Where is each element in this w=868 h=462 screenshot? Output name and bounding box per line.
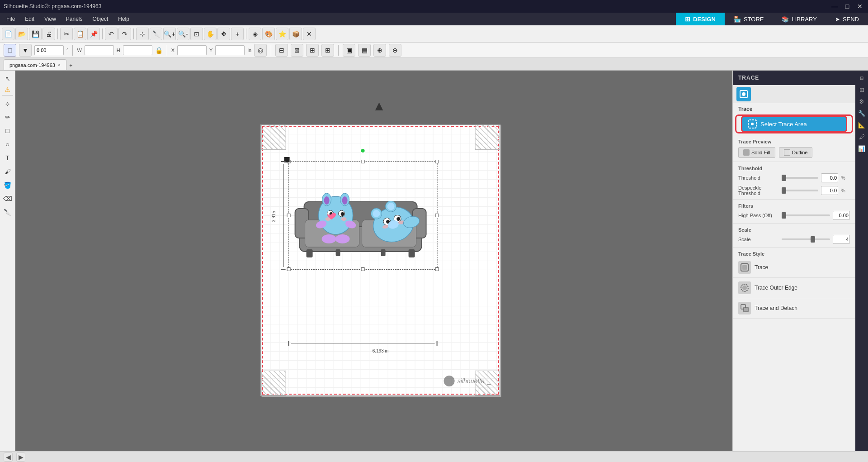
nav-library-button[interactable]: 📚 LIBRARY xyxy=(773,13,826,25)
close-toolbar-button[interactable]: ✕ xyxy=(303,28,316,40)
rect-tool[interactable]: □ xyxy=(1,124,14,137)
close-button[interactable]: ✕ xyxy=(855,2,864,11)
sel-handle-br[interactable] xyxy=(435,267,439,271)
scroll-left-button[interactable]: ◀ xyxy=(4,452,13,462)
nav-design-button[interactable]: ⊞ DESIGN xyxy=(676,13,725,25)
draw-tool[interactable]: ✏ xyxy=(1,111,14,124)
threshold-slider-thumb[interactable] xyxy=(782,175,786,181)
shape-selector[interactable]: □ xyxy=(4,44,16,57)
despeckle-value-input[interactable] xyxy=(821,186,838,195)
select-trace-area-button[interactable]: Select Trace Area xyxy=(741,116,847,132)
scale-value-input[interactable] xyxy=(833,235,850,244)
sel-handle-bl[interactable] xyxy=(287,267,291,271)
threshold-slider-track[interactable] xyxy=(782,177,818,179)
trace-button[interactable]: Trace xyxy=(733,257,855,278)
distribute-btn[interactable]: ⊞ xyxy=(321,44,334,57)
color-button[interactable]: 🎨 xyxy=(262,28,275,40)
ellipse-tool[interactable]: ○ xyxy=(1,138,14,151)
high-pass-slider-thumb[interactable] xyxy=(782,212,786,219)
menu-view[interactable]: View xyxy=(40,14,61,24)
align-center-btn[interactable]: ⊠ xyxy=(291,44,303,57)
group-btn[interactable]: ▣ xyxy=(343,44,355,57)
solid-fill-button[interactable]: Solid Fill xyxy=(738,147,775,158)
print-button[interactable]: 🖨 xyxy=(42,28,55,40)
menu-help[interactable]: Help xyxy=(113,14,134,24)
knife-tool[interactable]: 🔪 xyxy=(1,206,14,219)
move-button[interactable]: ✋ xyxy=(204,28,217,40)
nav-store-button[interactable]: 🏪 STORE xyxy=(725,13,773,25)
cube-button[interactable]: 📦 xyxy=(289,28,302,40)
align-left-btn[interactable]: ⊟ xyxy=(275,44,288,57)
zoom-fit-button[interactable]: ⊡ xyxy=(190,28,203,40)
copy-button[interactable]: 📋 xyxy=(74,28,86,40)
menu-edit[interactable]: Edit xyxy=(20,14,39,24)
scale-slider-track[interactable] xyxy=(782,238,830,240)
despeckle-slider-track[interactable] xyxy=(782,190,818,191)
knife-button[interactable]: 🔪 xyxy=(150,28,162,40)
nav-send-button[interactable]: ➤ SEND xyxy=(826,13,868,25)
undo-button[interactable]: ↶ xyxy=(105,28,118,40)
bool-union[interactable]: ⊕ xyxy=(373,44,386,57)
ri-btn-1[interactable]: ⊟ xyxy=(856,72,867,83)
maximize-button[interactable]: □ xyxy=(843,2,852,11)
shape-dropdown[interactable]: ▼ xyxy=(19,44,32,57)
sel-handle-mr[interactable] xyxy=(435,214,439,217)
high-pass-slider-track[interactable] xyxy=(782,214,830,216)
adjust-button[interactable]: ◈ xyxy=(249,28,261,40)
trace-outer-edge-button[interactable]: Trace Outer Edge xyxy=(733,278,855,298)
menu-object[interactable]: Object xyxy=(88,14,113,24)
menu-file[interactable]: File xyxy=(2,14,19,24)
sel-handle-ml[interactable] xyxy=(287,214,291,217)
save-button[interactable]: 💾 xyxy=(29,28,42,40)
despeckle-slider-thumb[interactable] xyxy=(782,187,786,194)
ri-btn-7[interactable]: 📊 xyxy=(856,143,867,154)
tab-pngaaa[interactable]: pngaaa.com-194963 × xyxy=(4,59,66,70)
rotation-handle[interactable] xyxy=(360,148,366,153)
sel-handle-tc[interactable] xyxy=(361,160,365,163)
ri-btn-6[interactable]: 🖊 xyxy=(856,131,867,142)
minimize-button[interactable]: — xyxy=(830,2,839,11)
scroll-right-button[interactable]: ▶ xyxy=(16,452,25,462)
select-tool[interactable]: ↖ xyxy=(1,72,14,85)
eraser-tool[interactable]: ⌫ xyxy=(1,192,14,205)
ri-btn-3[interactable]: ⚙ xyxy=(856,96,867,107)
ri-btn-2[interactable]: ⊞ xyxy=(856,84,867,95)
ungroup-btn[interactable]: ▤ xyxy=(358,44,371,57)
grid-button[interactable]: + xyxy=(231,28,244,40)
height-input[interactable]: 3.815 xyxy=(123,45,152,55)
menu-panels[interactable]: Panels xyxy=(61,14,87,24)
threshold-value-input[interactable] xyxy=(821,173,838,182)
high-pass-value-input[interactable] xyxy=(833,211,850,220)
zoom-out-button[interactable]: 🔍- xyxy=(177,28,189,40)
ri-btn-4[interactable]: 🔧 xyxy=(856,108,867,119)
ri-btn-5[interactable]: 📐 xyxy=(856,119,867,130)
tab-close-button[interactable]: × xyxy=(58,62,61,67)
node-tool[interactable]: ⟡ xyxy=(1,97,14,110)
y-input[interactable]: 2.816 xyxy=(215,45,245,55)
paint-tool[interactable]: 🖌 xyxy=(1,165,14,178)
lock-icon[interactable]: 🔒 xyxy=(155,47,163,54)
scale-slider-thumb[interactable] xyxy=(811,236,815,243)
select-button[interactable]: ⊹ xyxy=(136,28,149,40)
cut-button[interactable]: ✂ xyxy=(60,28,73,40)
trace-and-detach-button[interactable]: Trace and Detach xyxy=(733,298,855,319)
pan-button[interactable]: ✥ xyxy=(217,28,230,40)
zoom-in-button[interactable]: 🔍+ xyxy=(163,28,176,40)
open-button[interactable]: 📂 xyxy=(15,28,28,40)
unit-toggle[interactable]: ◎ xyxy=(254,44,267,57)
text-tool[interactable]: T xyxy=(1,152,14,164)
bool-diff[interactable]: ⊖ xyxy=(389,44,401,57)
star-button[interactable]: ⭐ xyxy=(276,28,288,40)
outline-button[interactable]: Outline xyxy=(779,147,813,158)
sel-handle-tr[interactable] xyxy=(435,160,439,163)
new-button[interactable]: 📄 xyxy=(2,28,14,40)
align-right-btn[interactable]: ⊞ xyxy=(306,44,319,57)
sel-handle-bc[interactable] xyxy=(361,267,365,271)
add-tab-button[interactable]: + xyxy=(66,61,75,70)
rotation-input[interactable] xyxy=(34,45,64,55)
fill-tool[interactable]: 🪣 xyxy=(1,179,14,191)
redo-button[interactable]: ↷ xyxy=(118,28,131,40)
x-input[interactable]: 1.167 xyxy=(177,45,207,55)
width-input[interactable]: 6.339 xyxy=(85,45,114,55)
paste-button[interactable]: 📌 xyxy=(87,28,100,40)
